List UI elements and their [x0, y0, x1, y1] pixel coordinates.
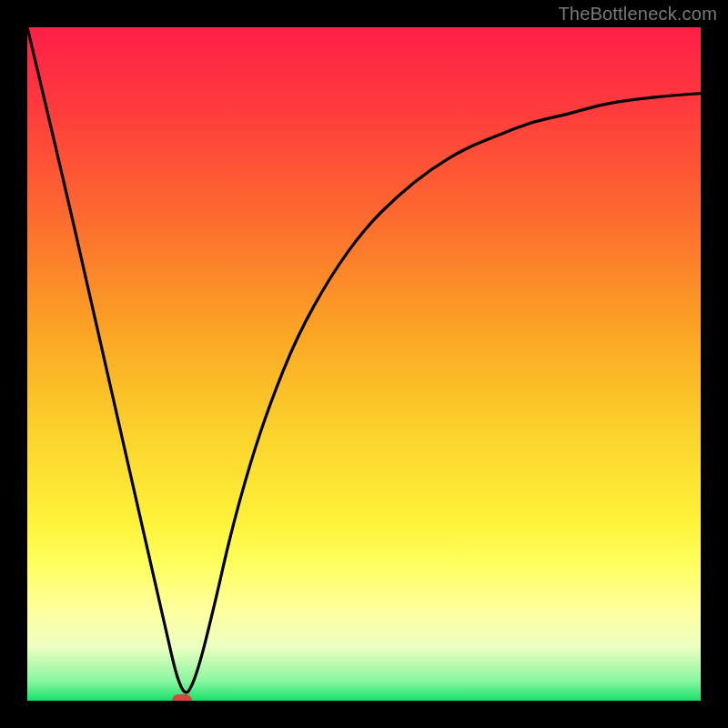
minimum-marker — [172, 694, 192, 701]
bottleneck-curve — [27, 27, 701, 701]
chart-frame: TheBottleneck.com — [0, 0, 728, 728]
plot-area — [27, 27, 701, 701]
attribution-label: TheBottleneck.com — [558, 4, 717, 25]
